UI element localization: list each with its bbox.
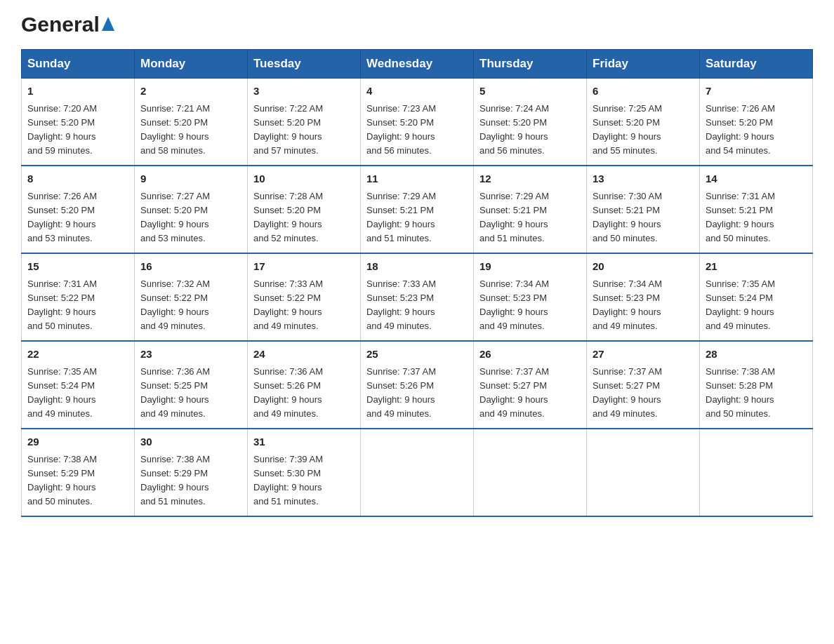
calendar-cell: 30 Sunrise: 7:38 AMSunset: 5:29 PMDaylig… bbox=[135, 429, 248, 516]
weekday-header-monday: Monday bbox=[135, 50, 248, 79]
day-info: Sunrise: 7:33 AMSunset: 5:23 PMDaylight:… bbox=[366, 277, 468, 334]
day-number: 14 bbox=[706, 171, 807, 187]
calendar-cell: 25 Sunrise: 7:37 AMSunset: 5:26 PMDaylig… bbox=[361, 341, 474, 429]
calendar-cell: 20 Sunrise: 7:34 AMSunset: 5:23 PMDaylig… bbox=[587, 253, 700, 341]
calendar-cell bbox=[361, 429, 474, 516]
weekday-header-friday: Friday bbox=[587, 50, 700, 79]
calendar-cell: 15 Sunrise: 7:31 AMSunset: 5:22 PMDaylig… bbox=[22, 253, 135, 341]
day-number: 8 bbox=[27, 171, 128, 187]
calendar-cell: 9 Sunrise: 7:27 AMSunset: 5:20 PMDayligh… bbox=[135, 166, 248, 253]
day-number: 19 bbox=[479, 259, 581, 275]
weekday-header-row: SundayMondayTuesdayWednesdayThursdayFrid… bbox=[22, 50, 813, 79]
calendar-cell: 5 Sunrise: 7:24 AMSunset: 5:20 PMDayligh… bbox=[474, 79, 587, 166]
day-info: Sunrise: 7:36 AMSunset: 5:25 PMDaylight:… bbox=[140, 365, 241, 422]
day-number: 23 bbox=[140, 347, 241, 363]
calendar-cell: 1 Sunrise: 7:20 AMSunset: 5:20 PMDayligh… bbox=[22, 79, 135, 166]
calendar-cell: 24 Sunrise: 7:36 AMSunset: 5:26 PMDaylig… bbox=[248, 341, 361, 429]
day-number: 29 bbox=[27, 434, 128, 450]
day-number: 22 bbox=[27, 347, 128, 363]
day-number: 9 bbox=[140, 171, 241, 187]
calendar-cell: 4 Sunrise: 7:23 AMSunset: 5:20 PMDayligh… bbox=[361, 79, 474, 166]
day-number: 10 bbox=[253, 171, 355, 187]
calendar-week-row: 15 Sunrise: 7:31 AMSunset: 5:22 PMDaylig… bbox=[22, 253, 813, 341]
calendar-week-row: 8 Sunrise: 7:26 AMSunset: 5:20 PMDayligh… bbox=[22, 166, 813, 253]
day-number: 24 bbox=[253, 347, 355, 363]
calendar-cell bbox=[700, 429, 813, 516]
day-info: Sunrise: 7:33 AMSunset: 5:22 PMDaylight:… bbox=[253, 277, 355, 334]
day-number: 18 bbox=[366, 259, 468, 275]
calendar-cell bbox=[587, 429, 700, 516]
header: General bbox=[21, 14, 813, 36]
day-number: 17 bbox=[253, 259, 355, 275]
day-number: 25 bbox=[366, 347, 468, 363]
calendar-table: SundayMondayTuesdayWednesdayThursdayFrid… bbox=[21, 49, 813, 517]
calendar-cell bbox=[474, 429, 587, 516]
calendar-week-row: 29 Sunrise: 7:38 AMSunset: 5:29 PMDaylig… bbox=[22, 429, 813, 516]
calendar-cell: 11 Sunrise: 7:29 AMSunset: 5:21 PMDaylig… bbox=[361, 166, 474, 253]
calendar-cell: 12 Sunrise: 7:29 AMSunset: 5:21 PMDaylig… bbox=[474, 166, 587, 253]
day-number: 21 bbox=[706, 259, 807, 275]
day-info: Sunrise: 7:34 AMSunset: 5:23 PMDaylight:… bbox=[479, 277, 581, 334]
calendar-cell: 23 Sunrise: 7:36 AMSunset: 5:25 PMDaylig… bbox=[135, 341, 248, 429]
calendar-cell: 10 Sunrise: 7:28 AMSunset: 5:20 PMDaylig… bbox=[248, 166, 361, 253]
day-number: 2 bbox=[140, 83, 241, 100]
weekday-header-tuesday: Tuesday bbox=[248, 50, 361, 79]
calendar-cell: 16 Sunrise: 7:32 AMSunset: 5:22 PMDaylig… bbox=[135, 253, 248, 341]
calendar-week-row: 1 Sunrise: 7:20 AMSunset: 5:20 PMDayligh… bbox=[22, 79, 813, 166]
day-info: Sunrise: 7:31 AMSunset: 5:22 PMDaylight:… bbox=[27, 277, 128, 334]
day-info: Sunrise: 7:26 AMSunset: 5:20 PMDaylight:… bbox=[706, 102, 807, 159]
day-info: Sunrise: 7:31 AMSunset: 5:21 PMDaylight:… bbox=[706, 189, 807, 246]
calendar-cell: 8 Sunrise: 7:26 AMSunset: 5:20 PMDayligh… bbox=[22, 166, 135, 253]
day-info: Sunrise: 7:30 AMSunset: 5:21 PMDaylight:… bbox=[593, 189, 694, 246]
calendar-cell: 29 Sunrise: 7:38 AMSunset: 5:29 PMDaylig… bbox=[22, 429, 135, 516]
day-number: 28 bbox=[706, 347, 807, 363]
calendar-cell: 18 Sunrise: 7:33 AMSunset: 5:23 PMDaylig… bbox=[361, 253, 474, 341]
day-info: Sunrise: 7:20 AMSunset: 5:20 PMDaylight:… bbox=[27, 102, 128, 159]
logo-line1: General bbox=[21, 14, 114, 35]
calendar-week-row: 22 Sunrise: 7:35 AMSunset: 5:24 PMDaylig… bbox=[22, 341, 813, 429]
day-info: Sunrise: 7:35 AMSunset: 5:24 PMDaylight:… bbox=[706, 277, 807, 334]
calendar-cell: 31 Sunrise: 7:39 AMSunset: 5:30 PMDaylig… bbox=[248, 429, 361, 516]
calendar-cell: 2 Sunrise: 7:21 AMSunset: 5:20 PMDayligh… bbox=[135, 79, 248, 166]
calendar-cell: 27 Sunrise: 7:37 AMSunset: 5:27 PMDaylig… bbox=[587, 341, 700, 429]
day-number: 6 bbox=[593, 83, 694, 100]
logo: General bbox=[21, 14, 114, 36]
day-info: Sunrise: 7:28 AMSunset: 5:20 PMDaylight:… bbox=[253, 189, 355, 246]
day-info: Sunrise: 7:38 AMSunset: 5:29 PMDaylight:… bbox=[27, 452, 128, 509]
svg-marker-0 bbox=[102, 17, 114, 31]
day-info: Sunrise: 7:26 AMSunset: 5:20 PMDaylight:… bbox=[27, 189, 128, 246]
day-number: 11 bbox=[366, 171, 468, 187]
day-number: 30 bbox=[140, 434, 241, 450]
day-number: 31 bbox=[253, 434, 355, 450]
calendar-cell: 28 Sunrise: 7:38 AMSunset: 5:28 PMDaylig… bbox=[700, 341, 813, 429]
calendar-cell: 22 Sunrise: 7:35 AMSunset: 5:24 PMDaylig… bbox=[22, 341, 135, 429]
day-number: 12 bbox=[479, 171, 581, 187]
day-info: Sunrise: 7:24 AMSunset: 5:20 PMDaylight:… bbox=[479, 102, 581, 159]
day-info: Sunrise: 7:37 AMSunset: 5:26 PMDaylight:… bbox=[366, 365, 468, 422]
day-number: 3 bbox=[253, 83, 355, 100]
day-info: Sunrise: 7:25 AMSunset: 5:20 PMDaylight:… bbox=[593, 102, 694, 159]
day-info: Sunrise: 7:29 AMSunset: 5:21 PMDaylight:… bbox=[479, 189, 581, 246]
day-number: 7 bbox=[706, 83, 807, 100]
weekday-header-saturday: Saturday bbox=[700, 50, 813, 79]
day-info: Sunrise: 7:27 AMSunset: 5:20 PMDaylight:… bbox=[140, 189, 241, 246]
calendar-cell: 26 Sunrise: 7:37 AMSunset: 5:27 PMDaylig… bbox=[474, 341, 587, 429]
day-number: 1 bbox=[27, 83, 128, 100]
day-info: Sunrise: 7:22 AMSunset: 5:20 PMDaylight:… bbox=[253, 102, 355, 159]
day-number: 26 bbox=[479, 347, 581, 363]
calendar-cell: 3 Sunrise: 7:22 AMSunset: 5:20 PMDayligh… bbox=[248, 79, 361, 166]
day-info: Sunrise: 7:38 AMSunset: 5:29 PMDaylight:… bbox=[140, 452, 241, 509]
calendar-cell: 6 Sunrise: 7:25 AMSunset: 5:20 PMDayligh… bbox=[587, 79, 700, 166]
day-number: 5 bbox=[479, 83, 581, 100]
day-number: 13 bbox=[593, 171, 694, 187]
day-info: Sunrise: 7:38 AMSunset: 5:28 PMDaylight:… bbox=[706, 365, 807, 422]
day-number: 16 bbox=[140, 259, 241, 275]
day-info: Sunrise: 7:36 AMSunset: 5:26 PMDaylight:… bbox=[253, 365, 355, 422]
day-info: Sunrise: 7:39 AMSunset: 5:30 PMDaylight:… bbox=[253, 452, 355, 509]
day-info: Sunrise: 7:35 AMSunset: 5:24 PMDaylight:… bbox=[27, 365, 128, 422]
day-info: Sunrise: 7:37 AMSunset: 5:27 PMDaylight:… bbox=[593, 365, 694, 422]
day-number: 27 bbox=[593, 347, 694, 363]
day-number: 20 bbox=[593, 259, 694, 275]
calendar-cell: 13 Sunrise: 7:30 AMSunset: 5:21 PMDaylig… bbox=[587, 166, 700, 253]
day-number: 4 bbox=[366, 83, 468, 100]
